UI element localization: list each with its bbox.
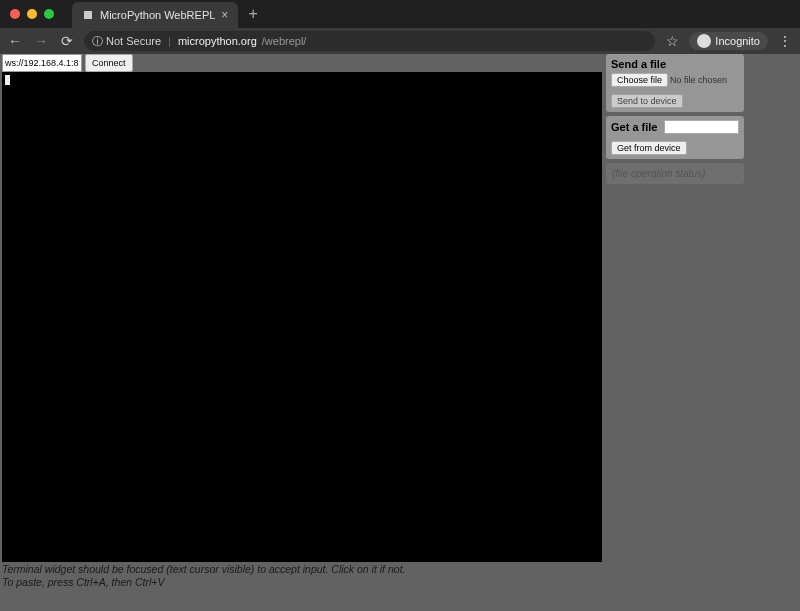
get-filename-input[interactable] (664, 120, 739, 134)
connect-button[interactable]: Connect (85, 54, 133, 72)
url-divider: | (168, 35, 171, 47)
file-chosen-label: No file chosen (670, 75, 727, 85)
window-controls (0, 9, 54, 19)
websocket-url-input[interactable] (2, 54, 82, 72)
tab-close-icon[interactable]: × (221, 8, 228, 22)
terminal[interactable] (2, 72, 602, 562)
right-column: Send a file Choose file No file chosen S… (606, 54, 744, 184)
back-icon[interactable]: ← (6, 33, 24, 49)
url-domain: micropython.org (178, 35, 257, 47)
connection-bar: Connect (2, 54, 604, 72)
forward-icon[interactable]: → (32, 33, 50, 49)
get-file-row: Get a file (611, 120, 739, 134)
bookmark-icon[interactable]: ☆ (663, 33, 681, 49)
send-file-title: Send a file (611, 58, 739, 70)
close-window-icon[interactable] (10, 9, 20, 19)
get-file-title: Get a file (611, 121, 657, 133)
incognito-label: Incognito (715, 35, 760, 47)
tab-favicon-icon (82, 9, 94, 21)
security-label: Not Secure (106, 35, 161, 47)
choose-file-row: Choose file No file chosen (611, 73, 739, 87)
reload-icon[interactable]: ⟳ (58, 33, 76, 49)
left-column: Connect Terminal widget should be focuse… (2, 54, 604, 589)
incognito-badge: Incognito (689, 32, 768, 50)
hint-line-1: Terminal widget should be focused (text … (2, 563, 604, 576)
file-op-status-label: (file operation status) (612, 168, 705, 179)
hint-line-2: To paste, press Ctrl+A, then Ctrl+V (2, 576, 604, 589)
security-indicator[interactable]: ⓘ Not Secure (92, 34, 161, 49)
choose-file-button[interactable]: Choose file (611, 73, 668, 87)
url-path: /webrepl/ (262, 35, 307, 47)
browser-chrome: MicroPython WebREPL × + ← → ⟳ ⓘ Not Secu… (0, 0, 800, 54)
page-content: Connect Terminal widget should be focuse… (0, 54, 800, 611)
menu-icon[interactable]: ⋮ (776, 33, 794, 49)
send-file-panel: Send a file Choose file No file chosen S… (606, 54, 744, 112)
incognito-icon (697, 34, 711, 48)
terminal-cursor (5, 75, 10, 85)
new-tab-icon[interactable]: + (248, 5, 257, 23)
tab-title: MicroPython WebREPL (100, 9, 215, 21)
tab-bar: MicroPython WebREPL × + (0, 0, 800, 28)
zoom-window-icon[interactable] (44, 9, 54, 19)
file-operation-status: (file operation status) (606, 163, 744, 184)
address-bar: ← → ⟳ ⓘ Not Secure | micropython.org/web… (0, 28, 800, 54)
svg-rect-0 (84, 11, 92, 19)
browser-tab[interactable]: MicroPython WebREPL × (72, 2, 238, 28)
url-input[interactable]: ⓘ Not Secure | micropython.org/webrepl/ (84, 31, 655, 51)
minimize-window-icon[interactable] (27, 9, 37, 19)
send-to-device-button[interactable]: Send to device (611, 94, 683, 108)
terminal-hint: Terminal widget should be focused (text … (2, 562, 604, 589)
get-file-panel: Get a file Get from device (606, 116, 744, 159)
get-from-device-button[interactable]: Get from device (611, 141, 687, 155)
info-icon: ⓘ (92, 34, 103, 49)
